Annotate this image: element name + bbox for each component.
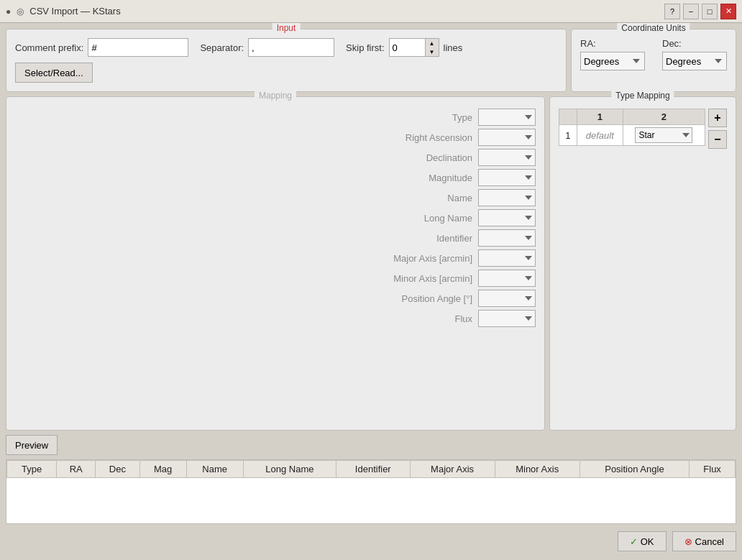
data-table-wrap: Type RA Dec Mag Name Long Name Identifie… <box>6 459 736 524</box>
mapping-row-majoraxis: Major Axis [arcmin] <box>15 249 536 267</box>
mapping-row-posangle: Position Angle [°] <box>15 290 536 307</box>
mapping-select-longname[interactable] <box>478 209 536 226</box>
preview-row: Preview <box>6 435 736 455</box>
separator-group: Separator: <box>200 38 334 57</box>
type-mapping-section: Type Mapping 1 2 1 <box>549 96 736 431</box>
footer-row: ✓ OK ⊗ Cancel <box>6 528 736 554</box>
mapping-select-majoraxis[interactable] <box>478 249 536 267</box>
type-mapping-table: 1 2 1 default Star G <box>559 109 705 146</box>
type-mapping-inner: 1 2 1 default Star G <box>559 109 727 149</box>
separator-input[interactable] <box>248 38 334 57</box>
tm-row-num: 1 <box>559 125 577 146</box>
minimize-button[interactable]: − <box>683 4 699 19</box>
mapping-select-name[interactable] <box>478 189 536 206</box>
col-type: Type <box>7 461 57 478</box>
tm-row-col2: Star Galaxy Nebula Cluster <box>623 125 705 146</box>
col-posangle: Position Angle <box>580 461 689 478</box>
coordinate-units-section: Coordinate Units RA: Degrees Hours Dec: … <box>571 29 736 92</box>
mapping-row-longname: Long Name <box>15 209 536 226</box>
mapping-row-magnitude: Magnitude <box>15 169 536 186</box>
title-bar-left: ● ◎ CSV Import — KStars <box>6 6 121 17</box>
dec-label: Dec: <box>662 38 682 49</box>
coordinate-units-title: Coordinate Units <box>617 23 690 33</box>
add-type-mapping-button[interactable]: + <box>708 109 727 127</box>
ok-button[interactable]: ✓ OK <box>618 531 667 551</box>
ra-label: RA: <box>580 38 596 49</box>
tm-col-header-1: 1 <box>577 109 623 125</box>
mapping-select-type[interactable] <box>478 109 536 126</box>
mapping-select-dec[interactable] <box>478 149 536 166</box>
table-header-row: Type RA Dec Mag Name Long Name Identifie… <box>7 461 736 478</box>
title-bar: ● ◎ CSV Import — KStars ? − □ ✕ <box>0 0 742 23</box>
skip-first-spinbox: ▲ ▼ <box>389 38 439 57</box>
window-title: CSV Import — KStars <box>29 6 120 17</box>
mapping-row-name: Name <box>15 189 536 206</box>
cancel-button[interactable]: ⊗ Cancel <box>672 531 736 551</box>
close-button[interactable]: ✕ <box>720 4 736 19</box>
mapping-label-type: Type <box>365 112 472 123</box>
skip-first-label: Skip first: <box>346 42 384 53</box>
spinbox-buttons: ▲ ▼ <box>425 38 439 57</box>
dec-select[interactable]: Degrees Radians <box>662 52 727 70</box>
ra-select[interactable]: Degrees Hours <box>580 52 645 70</box>
mapping-row-dec: Declination <box>15 149 536 166</box>
cancel-label: Cancel <box>695 536 724 547</box>
preview-button[interactable]: Preview <box>6 435 58 455</box>
mapping-select-magnitude[interactable] <box>478 169 536 186</box>
input-row: Comment prefix: Separator: Skip first: ▲ <box>15 38 557 57</box>
col-flux: Flux <box>690 461 736 478</box>
mapping-label-majoraxis: Major Axis [arcmin] <box>365 253 472 264</box>
skip-first-input[interactable] <box>389 38 425 57</box>
main-content: Input Comment prefix: Separator: Skip fi… <box>0 23 742 560</box>
comment-prefix-label: Comment prefix: <box>15 42 83 53</box>
col-dec: Dec <box>96 461 140 478</box>
maximize-button[interactable]: □ <box>702 4 718 19</box>
tm-row-1: 1 default Star Galaxy Nebula Cluster <box>559 125 705 146</box>
help-button[interactable]: ? <box>664 4 680 19</box>
mapping-select-identifier[interactable] <box>478 229 536 247</box>
col-minoraxis: Minor Axis <box>495 461 580 478</box>
tm-col-header-num <box>559 109 577 125</box>
spinbox-down-button[interactable]: ▼ <box>426 47 439 56</box>
mapping-select-minoraxis[interactable] <box>478 270 536 287</box>
app-icon1: ● <box>6 6 11 17</box>
col-majoraxis: Major Axis <box>410 461 495 478</box>
cancel-icon: ⊗ <box>684 536 692 547</box>
type-mapping-title: Type Mapping <box>611 91 674 101</box>
mapping-row-identifier: Identifier <box>15 229 536 247</box>
col-ra: RA <box>57 461 96 478</box>
mapping-label-minoraxis: Minor Axis [arcmin] <box>365 273 472 284</box>
mapping-fields: Type Right Ascension Declination Magnitu… <box>15 109 536 327</box>
mapping-row-minoraxis: Minor Axis [arcmin] <box>15 270 536 287</box>
mapping-row-type: Type <box>15 109 536 126</box>
remove-type-mapping-button[interactable]: − <box>708 130 727 149</box>
mapping-row-flux: Flux <box>15 310 536 327</box>
app-icon2: ◎ <box>17 6 24 17</box>
title-bar-controls: ? − □ ✕ <box>664 4 736 19</box>
lines-label: lines <box>444 42 463 53</box>
coordinate-units-row: RA: Degrees Hours Dec: Degrees Radians <box>580 38 727 70</box>
tm-col-header-2: 2 <box>623 109 705 125</box>
mapping-label-dec: Declination <box>365 152 472 163</box>
mapping-select-posangle[interactable] <box>478 290 536 307</box>
mapping-row-ra: Right Ascension <box>15 129 536 146</box>
ok-label: OK <box>641 536 654 547</box>
mapping-title: Mapping <box>255 91 296 101</box>
mapping-select-flux[interactable] <box>478 310 536 327</box>
col-identifier: Identifier <box>336 461 410 478</box>
comment-prefix-group: Comment prefix: <box>15 38 188 57</box>
mapping-select-ra[interactable] <box>478 129 536 146</box>
data-table: Type RA Dec Mag Name Long Name Identifie… <box>6 460 736 478</box>
input-container: Input Comment prefix: Separator: Skip fi… <box>6 29 567 92</box>
comment-prefix-input[interactable] <box>88 38 188 57</box>
col-mag: Mag <box>139 461 186 478</box>
col-name: Name <box>186 461 243 478</box>
col-longname: Long Name <box>243 461 336 478</box>
top-sections: Input Comment prefix: Separator: Skip fi… <box>6 29 736 92</box>
ra-col: RA: Degrees Hours <box>580 38 645 70</box>
mapping-label-flux: Flux <box>365 313 472 324</box>
spinbox-up-button[interactable]: ▲ <box>426 39 439 47</box>
select-read-button[interactable]: Select/Read... <box>15 63 93 83</box>
input-section: Input Comment prefix: Separator: Skip fi… <box>6 29 567 92</box>
tm-type-select[interactable]: Star Galaxy Nebula Cluster <box>635 127 692 143</box>
